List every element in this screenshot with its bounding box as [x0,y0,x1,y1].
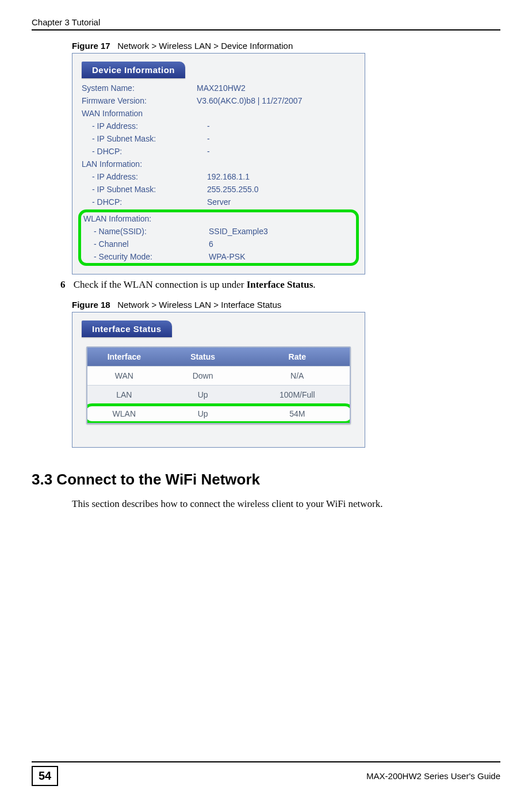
wan-mask-label: - IP Subnet Mask: [82,132,207,145]
figure-18-caption: Figure 18 Network > Wireless LAN > Inter… [72,300,500,310]
lan-mask-value: 255.255.255.0 [207,183,355,196]
step-6-text-after: . [313,279,315,290]
table-row-wlan-highlight: WLAN Up 54M [87,404,350,423]
cell-wlan-interface: WLAN [87,405,161,423]
figure-17-caption: Figure 17 Network > Wireless LAN > Devic… [72,41,500,51]
top-divider [32,29,500,30]
table-row: WAN Down N/A [87,366,350,385]
status-table: Interface Status Rate WAN Down N/A LAN U… [86,346,351,424]
lan-ip-label: - IP Address: [82,170,207,183]
cell-wan-interface: WAN [87,367,161,385]
head-status: Status [161,348,245,366]
figure-18-text: Network > Wireless LAN > Interface Statu… [117,300,281,310]
cell-lan-status: Up [161,386,245,404]
wan-ip-label: - IP Address: [82,120,207,132]
head-rate: Rate [245,348,350,366]
lan-header: LAN Information: [82,158,197,170]
wlan-ssid-value: SSID_Example3 [209,225,354,238]
lan-dhcp-label: - DHCP: [82,196,207,208]
wlan-channel-label: - Channel [83,238,209,250]
table-row: LAN Up 100M/Full [87,385,350,404]
chapter-title: Chapter 3 Tutorial [32,17,100,27]
sys-name-value: MAX210HW2 [197,82,355,94]
head-interface: Interface [87,348,161,366]
cell-wan-rate: N/A [245,367,350,385]
cell-wlan-rate: 54M [245,405,350,423]
page-header: Chapter 3 Tutorial [32,17,500,27]
firmware-value: V3.60(AKC.0)b8 | 11/27/2007 [197,94,355,107]
wan-header: WAN Information [82,107,197,120]
wan-dhcp-label: - DHCP: [82,145,207,158]
wan-mask-value: - [207,132,355,145]
cell-wan-status: Down [161,367,245,385]
lan-dhcp-value: Server [207,196,355,208]
section-3-3-heading: 3.3 Connect to the WiFi Network [32,471,500,489]
wlan-header: WLAN Information: [83,212,198,225]
lan-mask-label: - IP Subnet Mask: [82,183,207,196]
step-6-text-before: Check if the WLAN connection is up under [74,279,247,290]
interface-status-panel: Interface Status Interface Status Rate W… [72,312,365,448]
step-6: 6 Check if the WLAN connection is up und… [72,279,500,291]
figure-18-label: Figure 18 [72,300,110,310]
lan-ip-value: 192.168.1.1 [207,170,355,183]
wlan-sec-label: - Security Mode: [83,250,209,263]
cell-lan-rate: 100M/Full [245,386,350,404]
wan-ip-value: - [207,120,355,132]
wlan-ssid-label: - Name(SSID): [83,225,209,238]
wlan-channel-value: 6 [209,238,354,250]
cell-lan-interface: LAN [87,386,161,404]
firmware-label: Firmware Version: [82,94,197,107]
wan-dhcp-value: - [207,145,355,158]
figure-17-text: Network > Wireless LAN > Device Informat… [117,41,293,51]
bottom-divider [32,761,500,762]
sys-name-label: System Name: [82,82,197,94]
status-table-head: Interface Status Rate [87,348,350,366]
step-6-number: 6 [60,279,66,290]
cell-wlan-status: Up [161,405,245,423]
device-info-panel: Device Information System Name: MAX210HW… [72,53,365,274]
page-footer: 54 MAX-200HW2 Series User's Guide [32,761,500,786]
wlan-sec-value: WPA-PSK [209,250,354,263]
section-3-3-body: This section describes how to connect th… [72,498,500,510]
device-info-tab: Device Information [82,62,185,78]
interface-status-tab: Interface Status [82,321,172,337]
step-6-bold: Interface Status [247,279,313,290]
wlan-highlight: WLAN Information: - Name(SSID): SSID_Exa… [78,209,359,266]
figure-17-label: Figure 17 [72,41,110,51]
page-number: 54 [32,766,58,786]
guide-name: MAX-200HW2 Series User's Guide [366,771,500,781]
